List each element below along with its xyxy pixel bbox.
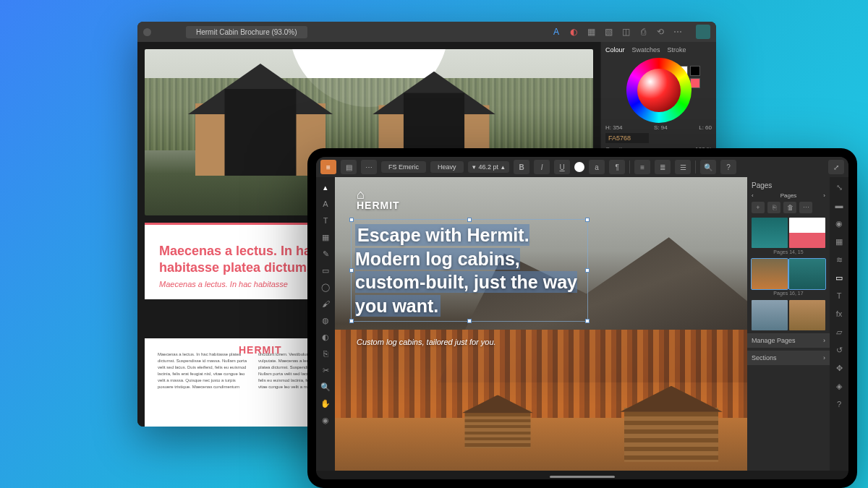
search-icon[interactable]: 🔍 xyxy=(700,160,716,174)
move-tool-icon[interactable]: ▴ xyxy=(320,181,331,193)
character-icon[interactable]: a xyxy=(589,160,605,174)
toolbar-icon[interactable]: ▦ xyxy=(586,27,596,37)
paragraph-icon[interactable]: ¶ xyxy=(609,160,625,174)
place-image-tool-icon[interactable]: ⎘ xyxy=(320,348,331,359)
chevron-right-icon[interactable]: › xyxy=(823,192,825,199)
selected-text-frame[interactable]: Escape with Hermit. Modern log cabins, c… xyxy=(354,222,585,319)
artistic-text-tool-icon[interactable]: A xyxy=(320,198,331,210)
tablet-device: ≡ ▤ ⋯ FS Emeric Heavy ▾ 46.2 pt ▴ B I U … xyxy=(307,148,857,488)
desktop-titlebar: Hermit Cabin Brochure (93.0%) A ◐ ▦ ▧ ◫ … xyxy=(137,22,716,42)
toolbar-icon[interactable]: ▧ xyxy=(603,27,613,37)
chevron-right-icon: › xyxy=(823,337,825,344)
zoom-tool-icon[interactable]: 🔍 xyxy=(320,381,331,393)
help-icon[interactable]: ? xyxy=(720,160,736,174)
pen-tool-icon[interactable]: ✎ xyxy=(320,248,331,260)
page-thumbnail[interactable] xyxy=(789,300,825,330)
manage-pages-button[interactable]: Manage Pages› xyxy=(747,333,830,348)
tab-swatches[interactable]: Swatches xyxy=(632,46,660,53)
frame-text-tool-icon[interactable]: T xyxy=(320,215,331,226)
expand-studio-icon[interactable]: ⤡ xyxy=(833,181,845,193)
swatches-studio-icon[interactable]: ▦ xyxy=(833,236,845,247)
layers-studio-icon[interactable]: ▬ xyxy=(833,200,845,211)
duplicate-page-button[interactable]: ⎘ xyxy=(767,202,780,213)
fullscreen-icon[interactable]: ⤢ xyxy=(828,160,844,174)
thumb-label: Pages 14, 15 xyxy=(752,249,825,254)
page-thumbnail[interactable] xyxy=(752,218,788,248)
bold-button[interactable]: B xyxy=(514,160,529,174)
view-tool-icon[interactable]: ✋ xyxy=(320,398,331,409)
chevron-right-icon: › xyxy=(823,354,825,361)
page-options-button[interactable]: ⋯ xyxy=(799,202,812,213)
colour-wheel[interactable] xyxy=(626,58,692,123)
navigator-studio-icon[interactable]: ◈ xyxy=(833,380,845,392)
document-menu-button[interactable]: ≡ xyxy=(320,160,336,174)
hermit-logo: HERMIT xyxy=(239,344,282,356)
tablet-canvas[interactable]: HERMIT Escape with Hermit. Modern log ca… xyxy=(335,177,747,471)
font-size-field[interactable]: ▾ 46.2 pt ▴ xyxy=(468,161,510,173)
transform-studio-icon[interactable]: ✥ xyxy=(833,362,845,374)
stepper-down-icon[interactable]: ▾ xyxy=(472,163,476,171)
headline-text[interactable]: Escape with Hermit. Modern log cabins, c… xyxy=(355,223,584,317)
hermit-logo: HERMIT xyxy=(357,187,400,211)
font-weight-field[interactable]: Heavy xyxy=(430,161,464,173)
toolbar-icon[interactable]: ⟲ xyxy=(655,27,665,37)
page-thumbnail[interactable] xyxy=(789,218,825,248)
shape-tool-icon[interactable]: ◯ xyxy=(320,281,331,293)
swatch[interactable] xyxy=(690,66,700,76)
text-studio-icon[interactable]: T xyxy=(833,290,845,301)
document-title: Hermit Cabin Brochure (93.0%) xyxy=(186,26,307,38)
picture-frame-tool-icon[interactable]: ▭ xyxy=(320,265,331,276)
history-studio-icon[interactable]: ↺ xyxy=(833,344,845,356)
crop-tool-icon[interactable]: ✂ xyxy=(320,364,331,376)
text-colour-swatch[interactable] xyxy=(574,162,584,172)
page-thumbnail[interactable] xyxy=(752,300,788,330)
fx-studio-icon[interactable]: fx xyxy=(833,308,845,320)
colour-picker-tool-icon[interactable]: ◉ xyxy=(320,414,331,426)
fill-tool-icon[interactable]: ◍ xyxy=(320,314,331,326)
toolbar-icon[interactable]: ⎙ xyxy=(638,27,648,37)
list-icon[interactable]: ☰ xyxy=(675,160,691,174)
tagline-text[interactable]: Custom log cabins, tailored just for you… xyxy=(357,338,496,346)
stepper-up-icon[interactable]: ▴ xyxy=(501,163,505,171)
hex-input[interactable] xyxy=(605,133,649,143)
tab-colour[interactable]: Colour xyxy=(605,46,625,53)
hsl-l-value: L: 60 xyxy=(699,124,712,131)
pages-studio-icon[interactable]: ▭ xyxy=(833,272,845,283)
home-indicator xyxy=(550,476,615,478)
italic-button[interactable]: I xyxy=(534,160,550,174)
underline-button[interactable]: U xyxy=(554,160,570,174)
colour-panel-tabs: Colour Swatches Stroke xyxy=(605,46,712,53)
align-left-icon[interactable]: ≡ xyxy=(634,160,650,174)
align-center-icon[interactable]: ≣ xyxy=(655,160,671,174)
assets-studio-icon[interactable]: ▱ xyxy=(833,326,845,338)
photo-persona-icon[interactable]: ◐ xyxy=(569,27,579,37)
add-page-button[interactable]: + xyxy=(752,202,765,213)
transparency-tool-icon[interactable]: ◐ xyxy=(320,331,331,343)
page-thumbnail-selected[interactable] xyxy=(789,259,825,289)
hsl-s-value: S: 94 xyxy=(654,124,668,131)
help-studio-icon[interactable]: ? xyxy=(833,398,845,410)
sections-button[interactable]: Sections› xyxy=(747,351,830,365)
window-control-close-icon[interactable] xyxy=(143,28,151,36)
pages-panel-title: Pages xyxy=(752,181,825,189)
more-icon[interactable]: ⋯ xyxy=(361,160,377,174)
page-thumbnail-selected[interactable] xyxy=(752,259,788,289)
chevron-left-icon[interactable]: ‹ xyxy=(752,192,754,199)
stroke-studio-icon[interactable]: ≋ xyxy=(833,254,845,265)
table-tool-icon[interactable]: ▦ xyxy=(320,231,331,243)
tab-stroke[interactable]: Stroke xyxy=(668,46,686,53)
text-persona-icon[interactable]: A xyxy=(551,27,561,37)
toolbar-icon[interactable]: ⋯ xyxy=(673,27,683,37)
swatch[interactable] xyxy=(690,78,700,88)
tablet-studio-strip: ⤡ ▬ ◉ ▦ ≋ ▭ T fx ▱ ↺ ✥ ◈ ? xyxy=(830,177,848,471)
font-family-field[interactable]: FS Emeric xyxy=(381,161,426,173)
toolbar-icon[interactable]: ◫ xyxy=(621,27,631,37)
vector-brush-tool-icon[interactable]: 🖌 xyxy=(320,298,331,309)
spread-background-photo xyxy=(335,177,747,471)
delete-page-button[interactable]: 🗑 xyxy=(783,202,796,213)
thumb-label: Pages 16, 17 xyxy=(752,291,825,296)
account-icon[interactable] xyxy=(696,25,710,39)
menu-icon[interactable]: ▤ xyxy=(341,160,357,174)
colour-studio-icon[interactable]: ◉ xyxy=(833,218,845,229)
tablet-screen: ≡ ▤ ⋯ FS Emeric Heavy ▾ 46.2 pt ▴ B I U … xyxy=(316,157,848,479)
